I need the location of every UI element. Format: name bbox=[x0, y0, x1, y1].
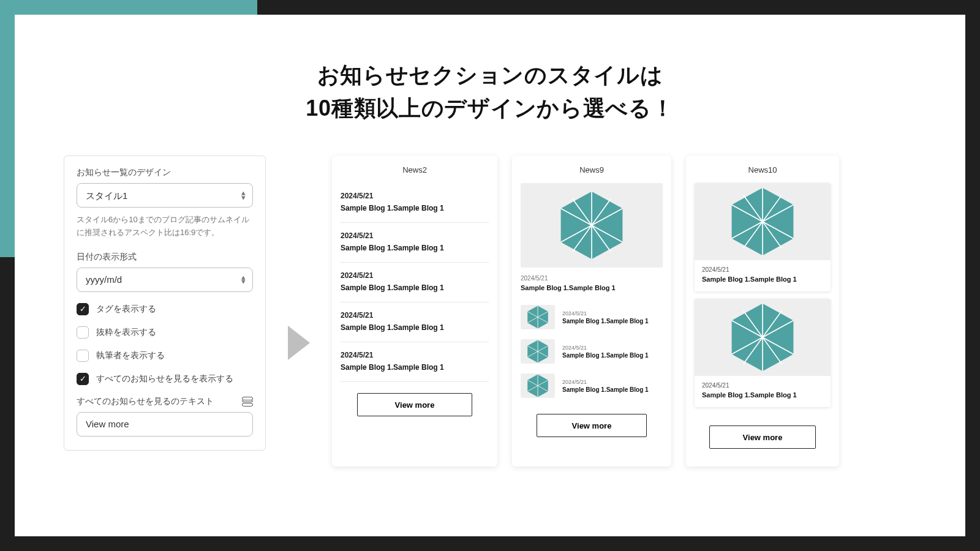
date-format-select[interactable]: yyyy/m/d ▴▾ bbox=[77, 268, 253, 292]
view-more-button[interactable]: View more bbox=[709, 425, 815, 449]
list-item[interactable]: 2024/5/21 Sample Blog 1.Sample Blog 1 bbox=[521, 275, 663, 300]
hexagon-icon bbox=[526, 373, 550, 398]
checkbox-show-author-label: 執筆者を表示する bbox=[96, 350, 165, 361]
arrow-right-icon bbox=[288, 326, 310, 360]
updown-icon: ▴▾ bbox=[241, 275, 246, 285]
list-item[interactable]: 2024/5/21Sample Blog 1.Sample Blog 1 bbox=[521, 300, 663, 334]
list-item[interactable]: 2024/5/21 Sample Blog 1.Sample Blog 1 bbox=[341, 342, 489, 382]
checkbox-show-all-link[interactable]: ✓ bbox=[77, 373, 89, 385]
date-format-label: 日付の表示形式 bbox=[77, 252, 253, 263]
preview-title: News10 bbox=[695, 165, 831, 174]
arrow-col bbox=[281, 326, 317, 360]
date-format-select-input[interactable]: yyyy/m/d bbox=[77, 268, 253, 292]
design-help: スタイル6から10までのブログ記事のサムネイルに推奨されるアスペクト比は16:9… bbox=[77, 214, 253, 239]
hexagon-icon bbox=[526, 339, 550, 364]
hexagon-icon bbox=[526, 305, 550, 329]
database-icon bbox=[242, 397, 253, 407]
list-item[interactable]: 2024/5/21Sample Blog 1.Sample Blog 1 bbox=[521, 369, 663, 403]
list-item[interactable]: 2024/5/21 Sample Blog 1.Sample Blog 1 bbox=[695, 183, 831, 291]
hexagon-icon bbox=[726, 185, 799, 258]
design-select[interactable]: スタイル1 ▴▾ bbox=[77, 183, 253, 208]
preview-news9: News9 2024/5/21 Sample Blog 1.Sample Blo… bbox=[512, 156, 671, 467]
checkbox-show-author[interactable] bbox=[77, 350, 89, 362]
thumb bbox=[521, 373, 555, 398]
checkbox-show-excerpt[interactable] bbox=[77, 326, 89, 339]
checkbox-show-excerpt-label: 抜粋を表示する bbox=[96, 327, 156, 338]
preview-news2: News2 2024/5/21 Sample Blog 1.Sample Blo… bbox=[332, 156, 497, 467]
updown-icon: ▴▾ bbox=[241, 190, 246, 200]
preview-title: News2 bbox=[341, 165, 489, 174]
list-item[interactable]: 2024/5/21 Sample Blog 1.Sample Blog 1 bbox=[341, 263, 489, 302]
headline: お知らせセクションのスタイルは 10種類以上のデザインから選べる！ bbox=[15, 15, 965, 125]
hero-thumb[interactable] bbox=[521, 183, 663, 268]
checkbox-show-tags[interactable]: ✓ bbox=[77, 303, 89, 315]
thumb bbox=[521, 339, 555, 364]
page-card: お知らせセクションのスタイルは 10種類以上のデザインから選べる！ お知らせ一覧… bbox=[15, 15, 965, 536]
hexagon-icon bbox=[726, 301, 799, 374]
hexagon-icon bbox=[555, 189, 628, 262]
preview-title: News9 bbox=[521, 165, 663, 174]
thumb bbox=[521, 305, 555, 329]
viewmore-text-input[interactable] bbox=[77, 412, 253, 437]
list-item[interactable]: 2024/5/21 Sample Blog 1.Sample Blog 1 bbox=[341, 302, 489, 342]
checkbox-show-all-link-label: すべてのお知らせを見るを表示する bbox=[96, 373, 233, 384]
list-item[interactable]: 2024/5/21 Sample Blog 1.Sample Blog 1 bbox=[341, 223, 489, 263]
headline-line2: 10種類以上のデザインから選べる！ bbox=[15, 92, 965, 125]
view-more-button[interactable]: View more bbox=[537, 414, 647, 437]
design-select-input[interactable]: スタイル1 bbox=[77, 183, 253, 208]
design-label: お知らせ一覧のデザイン bbox=[77, 167, 253, 178]
view-more-button[interactable]: View more bbox=[357, 393, 473, 416]
checkbox-show-tags-label: タグを表示する bbox=[96, 304, 156, 315]
list-item[interactable]: 2024/5/21 Sample Blog 1.Sample Blog 1 bbox=[341, 183, 489, 223]
settings-panel: お知らせ一覧のデザイン スタイル1 ▴▾ スタイル6から10までのブログ記事のサ… bbox=[64, 156, 266, 451]
preview-news10: News10 2024/5/21 Sample Blog 1.Sample Bl… bbox=[686, 156, 839, 467]
viewmore-text-label: すべてのお知らせを見るのテキスト bbox=[77, 396, 214, 407]
card-thumb bbox=[695, 183, 831, 260]
list-item[interactable]: 2024/5/21 Sample Blog 1.Sample Blog 1 bbox=[695, 299, 831, 407]
list-item[interactable]: 2024/5/21Sample Blog 1.Sample Blog 1 bbox=[521, 334, 663, 369]
card-thumb bbox=[695, 299, 831, 376]
headline-line1: お知らせセクションのスタイルは bbox=[15, 59, 965, 92]
